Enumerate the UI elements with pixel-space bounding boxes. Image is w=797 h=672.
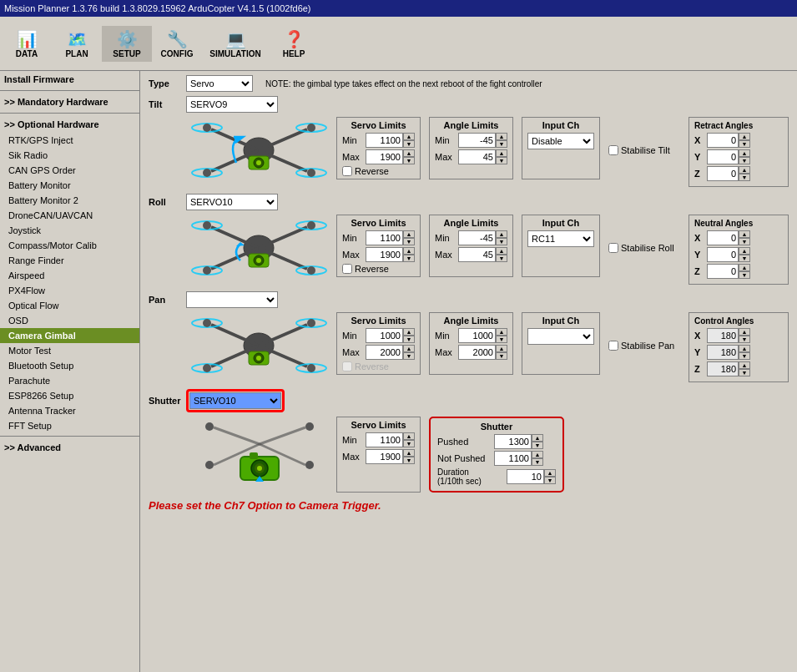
pan-servo-max-input[interactable] <box>366 345 403 360</box>
tilt-angle-max-down[interactable]: ▼ <box>496 157 507 164</box>
roll-servo-max-up[interactable]: ▲ <box>403 247 415 255</box>
sidebar-item-opticalflow[interactable]: Optical Flow <box>0 298 139 313</box>
retract-x-up[interactable]: ▲ <box>739 133 750 140</box>
sidebar-item-osd[interactable]: OSD <box>0 313 139 328</box>
tilt-angle-min-up[interactable]: ▲ <box>496 133 507 140</box>
tilt-select[interactable]: SERVO9 SERVO10 <box>186 96 278 113</box>
control-x-down[interactable]: ▼ <box>739 336 750 343</box>
shutter-servo-max-down[interactable]: ▼ <box>403 457 415 464</box>
roll-servo-min-input[interactable] <box>366 230 403 245</box>
neutral-x-up[interactable]: ▲ <box>739 230 750 238</box>
roll-servo-max-input[interactable] <box>366 247 403 262</box>
roll-angle-min-input[interactable] <box>458 230 496 245</box>
sidebar-advanced-header[interactable]: >> Advanced <box>0 439 139 456</box>
pan-servo-min-up[interactable]: ▲ <box>403 328 415 336</box>
shutter-duration-up[interactable]: ▲ <box>544 469 556 477</box>
roll-angle-max-down[interactable]: ▼ <box>496 255 507 262</box>
sidebar-item-esp8266[interactable]: ESP8266 Setup <box>0 388 139 403</box>
retract-z-up[interactable]: ▲ <box>739 166 750 174</box>
sidebar-item-rtk[interactable]: RTK/GPS Inject <box>0 133 139 148</box>
retract-z-input[interactable]: 0 <box>707 166 739 181</box>
roll-reverse-checkbox[interactable] <box>342 264 352 274</box>
tilt-servo-max-input[interactable]: 1900 <box>366 149 403 164</box>
sidebar-optional-header[interactable]: >> Optional Hardware <box>0 116 139 133</box>
sidebar-item-cameragimbal[interactable]: Camera Gimbal <box>0 328 139 343</box>
control-y-up[interactable]: ▲ <box>739 345 750 352</box>
toolbar-simulation[interactable]: 💻 SIMULATION <box>202 26 269 62</box>
sidebar-item-rangefinder[interactable]: Range Finder <box>0 253 139 268</box>
roll-servo-max-down[interactable]: ▼ <box>403 255 415 262</box>
toolbar-setup[interactable]: ⚙️ SETUP <box>102 26 152 62</box>
control-x-input[interactable] <box>707 328 739 343</box>
tilt-servo-min-up[interactable]: ▲ <box>403 133 415 140</box>
sidebar-install-firmware[interactable]: Install Firmware <box>0 71 139 88</box>
control-y-down[interactable]: ▼ <box>739 352 750 360</box>
neutral-x-input[interactable] <box>707 230 739 245</box>
shutter-servo-min-up[interactable]: ▲ <box>403 432 415 440</box>
control-z-down[interactable]: ▼ <box>739 369 750 376</box>
sidebar-item-battery[interactable]: Battery Monitor <box>0 178 139 193</box>
shutter-servo-max-input[interactable] <box>366 449 403 464</box>
sidebar-item-battery2[interactable]: Battery Monitor 2 <box>0 193 139 208</box>
pan-servo-max-down[interactable]: ▼ <box>403 352 415 360</box>
tilt-angle-max-input[interactable]: 45 <box>458 149 496 164</box>
shutter-select[interactable]: SERVO10 SERVO9 <box>189 392 281 409</box>
sidebar-item-can-gps[interactable]: CAN GPS Order <box>0 163 139 178</box>
pan-angle-max-up[interactable]: ▲ <box>496 345 507 352</box>
sidebar-item-sik[interactable]: Sik Radio <box>0 148 139 163</box>
shutter-pushed-input[interactable] <box>494 434 532 449</box>
tilt-servo-max-up[interactable]: ▲ <box>403 149 415 157</box>
shutter-duration-down[interactable]: ▼ <box>544 477 556 484</box>
retract-x-input[interactable]: 0 <box>707 133 739 148</box>
pan-stabilise-checkbox[interactable] <box>608 341 618 351</box>
shutter-servo-min-input[interactable] <box>366 432 403 447</box>
sidebar-item-bluetooth[interactable]: Bluetooth Setup <box>0 358 139 373</box>
neutral-y-up[interactable]: ▲ <box>739 247 750 255</box>
pan-input-select[interactable]: Disable <box>527 328 594 345</box>
control-x-up[interactable]: ▲ <box>739 328 750 336</box>
sidebar-item-airspeed[interactable]: Airspeed <box>0 268 139 283</box>
shutter-servo-min-down[interactable]: ▼ <box>403 440 415 447</box>
pan-servo-min-down[interactable]: ▼ <box>403 336 415 343</box>
sidebar-item-px4flow[interactable]: PX4Flow <box>0 283 139 298</box>
shutter-servo-max-up[interactable]: ▲ <box>403 449 415 457</box>
pan-reverse-checkbox[interactable] <box>342 361 352 371</box>
shutter-notpushed-down[interactable]: ▼ <box>532 458 543 466</box>
neutral-y-down[interactable]: ▼ <box>739 255 750 262</box>
pan-angle-min-input[interactable] <box>458 328 496 343</box>
roll-servo-min-up[interactable]: ▲ <box>403 230 415 238</box>
roll-angle-min-up[interactable]: ▲ <box>496 230 507 238</box>
tilt-input-select[interactable]: Disable RC1 RC6 <box>527 133 594 149</box>
neutral-x-down[interactable]: ▼ <box>739 238 750 245</box>
type-select[interactable]: Servo Alexmos <box>186 75 253 92</box>
shutter-pushed-down[interactable]: ▼ <box>532 442 543 449</box>
tilt-servo-min-down[interactable]: ▼ <box>403 140 415 148</box>
sidebar-item-parachute[interactable]: Parachute <box>0 373 139 388</box>
control-z-up[interactable]: ▲ <box>739 361 750 369</box>
pan-angle-min-up[interactable]: ▲ <box>496 328 507 336</box>
control-z-input[interactable] <box>707 361 739 376</box>
sidebar-item-compass[interactable]: Compass/Motor Calib <box>0 238 139 253</box>
sidebar-item-antenna[interactable]: Antenna Tracker <box>0 403 139 418</box>
neutral-z-up[interactable]: ▲ <box>739 264 750 271</box>
shutter-duration-input[interactable] <box>507 469 544 484</box>
shutter-notpushed-up[interactable]: ▲ <box>532 451 543 458</box>
neutral-z-input[interactable] <box>707 264 739 279</box>
toolbar-config[interactable]: 🔧 CONFIG <box>152 26 202 62</box>
roll-select[interactable]: SERVO10 SERVO9 <box>186 194 278 210</box>
tilt-stabilise-checkbox[interactable] <box>608 145 618 155</box>
tilt-angle-min-input[interactable]: -45 <box>458 133 496 148</box>
sidebar-item-fft[interactable]: FFT Setup <box>0 418 139 433</box>
toolbar-help[interactable]: ❓ HELP <box>269 26 319 62</box>
toolbar-plan[interactable]: 🗺️ PLAN <box>52 26 102 62</box>
tilt-servo-max-down[interactable]: ▼ <box>403 157 415 164</box>
neutral-y-input[interactable] <box>707 247 739 262</box>
control-y-input[interactable] <box>707 345 739 360</box>
retract-y-input[interactable]: 0 <box>707 149 739 164</box>
sidebar-mandatory-header[interactable]: >> Mandatory Hardware <box>0 93 139 110</box>
pan-servo-max-up[interactable]: ▲ <box>403 345 415 352</box>
tilt-reverse-checkbox[interactable] <box>342 166 352 176</box>
pan-angle-max-input[interactable] <box>458 345 496 360</box>
toolbar-data[interactable]: 📊 DATA <box>2 26 52 62</box>
sidebar-item-dronecan[interactable]: DroneCAN/UAVCAN <box>0 208 139 223</box>
